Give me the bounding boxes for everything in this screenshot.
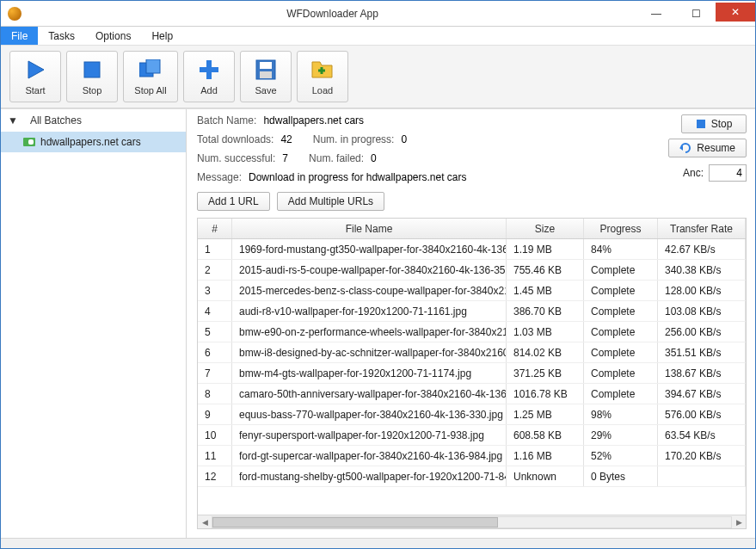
scroll-right-arrow[interactable]: ▶ [732,516,746,528]
cell-progress: Complete [584,384,658,404]
cell-num: 6 [198,342,232,362]
maximize-button[interactable]: ☐ [676,3,716,25]
batch-item[interactable]: hdwallpapers.net cars [1,132,186,152]
menu-options[interactable]: Options [85,27,141,45]
panel-resume-label: Resume [697,142,735,154]
all-batches-label: All Batches [30,114,82,126]
plus-icon [197,58,221,82]
col-progress[interactable]: Progress [584,219,658,238]
cell-rate: 340.38 KB/s [658,260,746,280]
cell-num: 12 [198,466,232,486]
menu-tasks[interactable]: Tasks [38,27,85,45]
cell-num: 4 [198,301,232,321]
titlebar: WFDownloader App — ☐ ✕ [1,1,755,27]
failed-label: Num. failed: [309,152,364,164]
cell-rate: 576.00 KB/s [658,404,746,424]
cell-progress: Complete [584,281,658,300]
menu-file[interactable]: File [1,27,38,45]
add-one-url-button[interactable]: Add 1 URL [197,192,270,211]
stop-all-icon [138,58,163,82]
anc-input[interactable] [709,164,747,182]
success-value: 7 [282,152,288,164]
floppy-icon [254,58,278,82]
batch-tree: hdwallpapers.net cars [1,132,186,538]
cell-filename: 2015-audi-rs-5-coupe-wallpaper-for-3840x… [232,260,507,280]
cell-filename: camaro-50th-anniversary-wallpaper-for-38… [232,384,507,404]
panel-stop-button[interactable]: Stop [681,114,747,133]
scroll-thumb[interactable] [212,517,498,527]
start-button[interactable]: Start [9,51,61,102]
stopall-label: Stop All [134,85,166,96]
stop-all-button[interactable]: Stop All [123,51,178,102]
side-controls: Stop Resume Anc: [668,114,747,183]
svg-rect-5 [200,67,218,72]
scroll-track[interactable] [212,516,732,528]
menu-help[interactable]: Help [141,27,183,45]
svg-rect-9 [697,120,705,128]
col-num[interactable]: # [198,219,232,238]
cell-filename: ford-mustang-shelby-gt500-wallpaper-for-… [232,466,507,486]
table-row[interactable]: 8camaro-50th-anniversary-wallpaper-for-3… [198,384,746,404]
add-multiple-urls-button[interactable]: Add Multiple URLs [277,192,384,211]
load-button[interactable]: Load [297,51,348,102]
cell-filename: ford-gt-supercar-wallpaper-for-3840x2160… [232,446,507,466]
horizontal-scrollbar[interactable]: ◀ ▶ [198,515,746,528]
toolbar: Start Stop Stop All Add Save Load [1,46,755,108]
collapse-icon: ▼ [8,114,18,126]
scroll-left-arrow[interactable]: ◀ [198,516,212,528]
panel-resume-button[interactable]: Resume [668,139,747,157]
window-title: WFDownloader App [28,8,636,20]
cell-filename: 2015-mercedes-benz-s-class-coupe-wallpap… [232,281,507,300]
sidebar: ▼ All Batches hdwallpapers.net cars [1,109,187,538]
main-panel: Batch Name:hdwallpapers.net cars Total d… [187,109,755,538]
save-label: Save [255,85,276,96]
save-button[interactable]: Save [240,51,292,102]
svg-marker-0 [28,61,44,78]
cell-filename: 1969-ford-mustang-gt350-wallpaper-for-38… [232,239,507,259]
table-row[interactable]: 9equus-bass-770-wallpaper-for-3840x2160-… [198,404,746,425]
inprogress-value: 0 [401,133,407,145]
cell-size: 1.25 MB [507,404,584,424]
table-row[interactable]: 22015-audi-rs-5-coupe-wallpaper-for-3840… [198,260,746,281]
cell-filename: equus-bass-770-wallpaper-for-3840x2160-4… [232,404,507,424]
table-row[interactable]: 11ford-gt-supercar-wallpaper-for-3840x21… [198,446,746,466]
cell-num: 9 [198,404,232,424]
table-row[interactable]: 12ford-mustang-shelby-gt500-wallpaper-fo… [198,466,746,487]
batch-name-value: hdwallpapers.net cars [263,114,364,126]
cell-num: 8 [198,384,232,404]
cell-rate: 138.67 KB/s [658,363,746,383]
info-area: Batch Name:hdwallpapers.net cars Total d… [197,114,747,183]
batch-label: hdwallpapers.net cars [40,136,141,148]
cell-rate: 351.51 KB/s [658,342,746,362]
batch-name-label: Batch Name: [197,114,256,126]
cell-progress: 84% [584,239,658,259]
add-button[interactable]: Add [183,51,235,102]
table-row[interactable]: 7bmw-m4-gts-wallpaper-for-1920x1200-71-1… [198,363,746,384]
table-row[interactable]: 10fenyr-supersport-wallpaper-for-1920x12… [198,425,746,446]
cell-rate [658,466,746,486]
cell-progress: Complete [584,260,658,280]
cell-size: 814.02 KB [507,342,584,362]
col-size[interactable]: Size [507,219,584,238]
minimize-button[interactable]: — [636,3,676,25]
cell-num: 2 [198,260,232,280]
table-row[interactable]: 32015-mercedes-benz-s-class-coupe-wallpa… [198,281,746,301]
anc-label: Anc: [683,167,704,179]
cell-rate: 63.54 KB/s [658,425,746,445]
table-row[interactable]: 5bmw-e90-on-z-performance-wheels-wallpap… [198,322,746,342]
col-rate[interactable]: Transfer Rate [658,219,746,238]
cell-rate: 170.20 KB/s [658,446,746,466]
cell-size: 1.03 MB [507,322,584,342]
table-row[interactable]: 4audi-r8-v10-wallpaper-for-1920x1200-71-… [198,301,746,322]
table-row[interactable]: 6bmw-i8-designed-by-ac-schnitzer-wallpap… [198,342,746,363]
url-buttons: Add 1 URL Add Multiple URLs [197,192,747,211]
close-button[interactable]: ✕ [716,3,755,22]
cell-size: 1.19 MB [507,239,584,259]
table-row[interactable]: 11969-ford-mustang-gt350-wallpaper-for-3… [198,239,746,260]
sidebar-header[interactable]: ▼ All Batches [1,109,186,132]
table-body[interactable]: 11969-ford-mustang-gt350-wallpaper-for-3… [198,239,746,515]
stop-button[interactable]: Stop [66,51,118,102]
cell-rate: 103.08 KB/s [658,301,746,321]
col-filename[interactable]: File Name [232,219,507,238]
message-label: Message: [197,171,242,183]
